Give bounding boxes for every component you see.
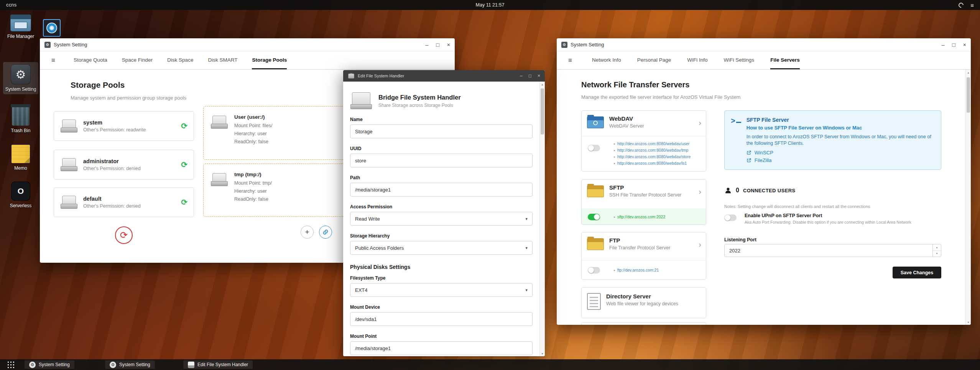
scrollbar-thumb[interactable] bbox=[541, 88, 544, 134]
close-button[interactable]: × bbox=[963, 42, 966, 47]
sync-icon[interactable]: ⟳ bbox=[181, 160, 187, 169]
stepper-down-icon[interactable]: ▾ bbox=[933, 251, 941, 257]
webdav-link[interactable]: http://dev.arozos.com:8080/webdav/ls1 bbox=[617, 160, 687, 167]
editor-scrollbar[interactable]: ▲ ▼ bbox=[539, 82, 545, 356]
stepper-up-icon[interactable]: ▴ bbox=[933, 244, 941, 251]
system-menu-icon[interactable]: ≡ bbox=[970, 2, 974, 8]
desktop-icon-memo[interactable]: Memo bbox=[3, 145, 38, 171]
webdav-link[interactable]: http://dev.arozos.com:8080/webdav/user bbox=[617, 141, 689, 147]
maximize-button[interactable]: □ bbox=[529, 73, 531, 79]
scroll-up-icon[interactable]: ▲ bbox=[540, 82, 545, 87]
mount-device-input[interactable] bbox=[350, 312, 533, 326]
pool-card-system[interactable]: system Other's Permission: readwrite ⟳ bbox=[54, 111, 194, 141]
scroll-down-icon[interactable]: ▼ bbox=[540, 351, 545, 356]
server-card-ftp[interactable]: FTP File Transfer Protocol Server › ▸ ft… bbox=[581, 232, 706, 280]
gear-icon: ⚙ bbox=[110, 362, 116, 368]
desktop-icon-trash-bin[interactable]: Trash Bin bbox=[3, 106, 38, 133]
tab-storage-quota[interactable]: Storage Quota bbox=[74, 51, 107, 69]
tab-personal-page[interactable]: Personal Page bbox=[637, 51, 671, 69]
reload-pools-button[interactable]: ⟳ bbox=[115, 226, 133, 244]
maximize-button[interactable]: □ bbox=[952, 42, 955, 47]
scrollbar-thumb[interactable] bbox=[967, 77, 970, 113]
directory-server-icon bbox=[587, 293, 601, 310]
server-card-webdav[interactable]: WebDAV WebDAV Server › ▸http://dev.arozo… bbox=[581, 110, 706, 172]
desktop-icon-serverless[interactable]: O Serverless bbox=[3, 182, 38, 208]
right-window-scrollbar[interactable]: ▲ ▼ bbox=[965, 70, 971, 325]
scroll-up-icon[interactable]: ▲ bbox=[966, 70, 971, 75]
taskbar-item-edit-fs-handler[interactable]: Edit File System Handler bbox=[183, 360, 253, 369]
hostname-label: ccns bbox=[6, 2, 16, 8]
desktop-icon-system-setting[interactable]: ⚙ System Setting bbox=[3, 62, 38, 94]
tab-disk-space[interactable]: Disk Space bbox=[167, 51, 193, 69]
chevron-right-icon[interactable]: › bbox=[699, 118, 701, 127]
uuid-input[interactable] bbox=[350, 154, 533, 167]
minimize-button[interactable]: – bbox=[426, 42, 429, 47]
ftp-link[interactable]: ftp://dev.arozos.com:21 bbox=[617, 267, 659, 273]
webdav-link[interactable]: http://dev.arozos.com:8080/webdav/tmp bbox=[617, 147, 688, 154]
scroll-down-icon[interactable]: ▼ bbox=[966, 319, 971, 325]
minimize-button[interactable]: – bbox=[942, 42, 945, 47]
sync-icon[interactable]: ⟳ bbox=[181, 198, 187, 207]
chevron-right-icon[interactable]: › bbox=[699, 240, 701, 249]
tab-network-info[interactable]: Network Info bbox=[592, 51, 621, 69]
bridge-fs-handler-button[interactable] bbox=[319, 226, 332, 239]
upnp-toggle[interactable] bbox=[724, 214, 737, 221]
taskbar-item-system-setting-2[interactable]: ⚙ System Setting bbox=[105, 360, 155, 369]
tab-disk-smart[interactable]: Disk SMART bbox=[208, 51, 237, 69]
tab-space-finder[interactable]: Space Finder bbox=[122, 51, 153, 69]
chevron-right-icon[interactable]: › bbox=[699, 187, 701, 196]
tab-storage-pools[interactable]: Storage Pools bbox=[252, 51, 287, 69]
sync-icon[interactable]: ⟳ bbox=[181, 121, 187, 131]
sftp-toggle[interactable] bbox=[588, 214, 600, 220]
sftp-link[interactable]: sftp://dev.arozos.com:2022 bbox=[617, 214, 665, 220]
access-permission-select[interactable]: Read Write ▾ bbox=[350, 212, 533, 226]
pool-card-administrator[interactable]: administrator Other's Permission: denied… bbox=[54, 150, 194, 180]
path-input[interactable] bbox=[350, 183, 533, 196]
tab-wifi-settings[interactable]: WiFi Settings bbox=[724, 51, 755, 69]
loading-icon bbox=[958, 2, 965, 8]
taskbar-item-system-setting-1[interactable]: ⚙ System Setting bbox=[25, 360, 74, 369]
editor-heading: Bridge File System Handler bbox=[378, 94, 461, 101]
window-file-servers: ⚙ System Setting – □ × ≡ Network Info Pe… bbox=[557, 38, 971, 325]
editor-titlebar[interactable]: Edit File System Handler – □ × bbox=[343, 70, 545, 82]
maximize-button[interactable]: □ bbox=[436, 42, 439, 47]
mount-card-tmp[interactable]: tmp (tmp:/) Mount Point: tmp/ Hierarchy:… bbox=[203, 164, 352, 217]
server-card-directory[interactable]: Directory Server Web file viewer for leg… bbox=[581, 287, 706, 318]
mount-card-user[interactable]: User (user:/) Mount Point: files/ Hierar… bbox=[203, 106, 352, 160]
physical-disks-section-title: Physical Disks Settings bbox=[350, 264, 533, 270]
tab-file-servers[interactable]: File Servers bbox=[770, 51, 800, 69]
apps-grid-icon[interactable] bbox=[7, 361, 15, 368]
webdav-toggle[interactable] bbox=[588, 145, 600, 151]
pool-card-default[interactable]: default Other's Permission: denied ⟳ bbox=[54, 187, 194, 217]
right-window-titlebar[interactable]: ⚙ System Setting – □ × bbox=[557, 38, 971, 51]
link-icon bbox=[322, 229, 329, 235]
minimize-button[interactable]: – bbox=[520, 73, 523, 79]
taskbar: ⚙ System Setting ⚙ System Setting Edit F… bbox=[0, 359, 980, 370]
port-stepper[interactable]: ▴ ▾ bbox=[932, 244, 941, 257]
filesystem-type-select[interactable]: EXT4 ▾ bbox=[350, 283, 533, 297]
close-button[interactable]: × bbox=[447, 42, 450, 47]
desktop-icon-disc-selected[interactable] bbox=[42, 19, 61, 37]
upnp-setting: Enable UPnP on SFTP Server Port Aka Auto… bbox=[745, 213, 944, 224]
listening-port-input[interactable] bbox=[725, 244, 932, 257]
mount-point-input[interactable] bbox=[350, 341, 533, 355]
left-window-titlebar[interactable]: ⚙ System Setting – □ × bbox=[40, 38, 455, 51]
external-link-icon bbox=[747, 158, 751, 163]
system-setting-app-icon: ⚙ bbox=[44, 42, 51, 48]
desktop-icon-file-manager[interactable]: File Manager bbox=[3, 15, 38, 39]
webdav-link[interactable]: http://dev.arozos.com:8080/webdav/store bbox=[617, 154, 691, 160]
filezilla-link[interactable]: FileZilla bbox=[747, 157, 934, 163]
gear-icon: ⚙ bbox=[29, 362, 36, 368]
close-button[interactable]: × bbox=[538, 73, 540, 79]
name-input[interactable] bbox=[350, 124, 533, 138]
tab-wifi-info[interactable]: WiFi Info bbox=[687, 51, 707, 69]
bullet-icon: ▸ bbox=[614, 267, 615, 273]
add-fs-handler-button[interactable]: + bbox=[301, 226, 314, 239]
ftp-toggle[interactable] bbox=[588, 267, 600, 273]
server-card-sftp[interactable]: SFTP SSH File Transfer Protocol Server ›… bbox=[581, 179, 706, 225]
hamburger-icon[interactable]: ≡ bbox=[51, 57, 59, 64]
save-changes-button[interactable]: Save Changes bbox=[893, 267, 941, 278]
winscp-link[interactable]: WinSCP bbox=[747, 150, 934, 156]
storage-hierarchy-select[interactable]: Public Access Folders ▾ bbox=[350, 241, 533, 255]
hamburger-icon[interactable]: ≡ bbox=[568, 57, 576, 64]
